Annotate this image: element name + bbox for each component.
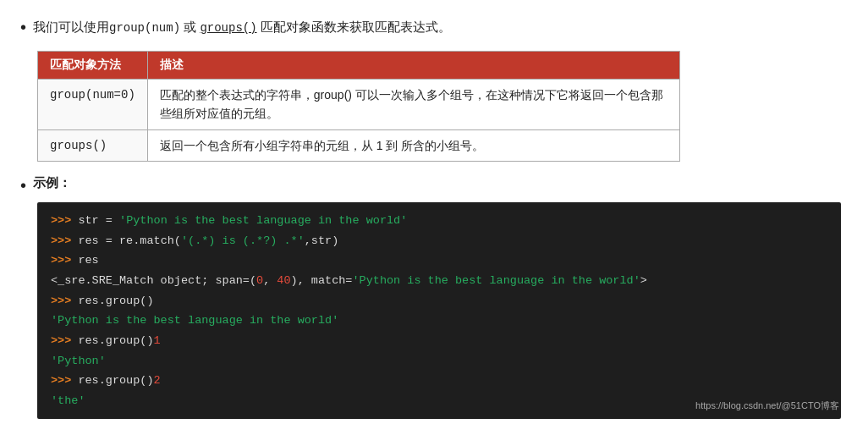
- example-bullet-point: •: [20, 173, 26, 197]
- code-number: 2: [154, 374, 161, 387]
- example-bullet-item: • 示例：: [20, 173, 848, 197]
- result-text: <_sre.SRE_Match object; span=(: [51, 274, 256, 287]
- page-wrapper: • 我们可以使用group(num) 或 groups() 匹配对象函数来获取匹…: [20, 15, 848, 419]
- code-line: >>> res = re.match('(.*) is (.*?) .*',st…: [51, 231, 827, 251]
- code-string: 'Python is the best language in the worl…: [119, 214, 407, 227]
- code-prompt: >>>: [51, 295, 71, 307]
- table-cell-desc: 返回一个包含所有小组字符串的元组，从 1 到 所含的小组号。: [147, 129, 679, 161]
- result-text2: ), match=: [291, 274, 353, 287]
- code-line: >>> res: [51, 251, 827, 271]
- intro-text-middle: 或: [180, 19, 200, 34]
- table-row: groups()返回一个包含所有小组字符串的元组，从 1 到 所含的小组号。: [38, 129, 680, 161]
- code-string: '(.*) is (.*?) .*': [181, 234, 305, 247]
- code-text: res = re.match(: [71, 234, 181, 247]
- bullet-point: •: [20, 15, 26, 39]
- output-string: 'the': [51, 394, 85, 407]
- code-line: <_sre.SRE_Match object; span=(0, 40), ma…: [51, 271, 827, 291]
- intro-func2: groups(): [200, 21, 256, 35]
- table-cell-method: groups(): [38, 129, 148, 161]
- code-line: >>> res.group()2: [51, 371, 827, 391]
- intro-bullet-item: • 我们可以使用group(num) 或 groups() 匹配对象函数来获取匹…: [20, 15, 848, 39]
- code-text: res.group(): [71, 295, 153, 307]
- table-row: group(num=0)匹配的整个表达式的字符串，group() 可以一次输入多…: [38, 80, 680, 130]
- code-text: res.group(: [71, 374, 146, 387]
- code-prompt: >>>: [51, 234, 71, 247]
- code-text2: ): [146, 374, 153, 387]
- result-num2: 40: [277, 274, 290, 287]
- example-label: 示例：: [33, 173, 71, 191]
- output-string: 'Python is the best language in the worl…: [51, 314, 338, 327]
- result-sep: ,: [263, 274, 277, 287]
- code-line: 'Python': [51, 351, 827, 372]
- output-string: 'Python': [51, 355, 106, 367]
- code-prompt: >>>: [51, 254, 71, 267]
- result-num1: 0: [256, 274, 263, 287]
- intro-text-before: 我们可以使用: [33, 19, 109, 34]
- code-line: >>> res.group()1: [51, 331, 827, 351]
- code-prompt: >>>: [51, 214, 71, 227]
- code-prompt: >>>: [51, 334, 71, 347]
- code-text: str =: [71, 214, 119, 227]
- code-prompt: >>>: [51, 374, 71, 387]
- table-cell-desc: 匹配的整个表达式的字符串，group() 可以一次输入多个组号，在这种情况下它将…: [147, 80, 679, 130]
- table-col1-header: 匹配对象方法: [38, 52, 148, 80]
- table-col2-header: 描述: [147, 52, 679, 80]
- intro-text-after: 匹配对象函数来获取匹配表达式。: [257, 19, 451, 34]
- intro-text: 我们可以使用group(num) 或 groups() 匹配对象函数来获取匹配表…: [33, 15, 451, 37]
- code-text2: ,str): [305, 234, 339, 247]
- code-line: >>> res.group(): [51, 291, 827, 311]
- intro-func1: group(num): [109, 21, 180, 35]
- result-close: >: [640, 274, 647, 287]
- code-line: 'Python is the best language in the worl…: [51, 311, 827, 331]
- match-table: 匹配对象方法 描述 group(num=0)匹配的整个表达式的字符串，group…: [37, 51, 680, 162]
- code-text2: ): [146, 334, 153, 347]
- code-block: >>> str = 'Python is the best language i…: [37, 202, 841, 419]
- code-number: 1: [154, 334, 161, 347]
- code-text: res: [71, 254, 98, 267]
- code-line: >>> str = 'Python is the best language i…: [51, 211, 827, 231]
- result-string: 'Python is the best language in the worl…: [352, 274, 640, 287]
- watermark: https://blog.csdn.net/@51CTO博客: [695, 399, 839, 412]
- table-cell-method: group(num=0): [38, 80, 148, 130]
- table-header-row: 匹配对象方法 描述: [38, 52, 680, 80]
- code-text: res.group(: [71, 334, 146, 347]
